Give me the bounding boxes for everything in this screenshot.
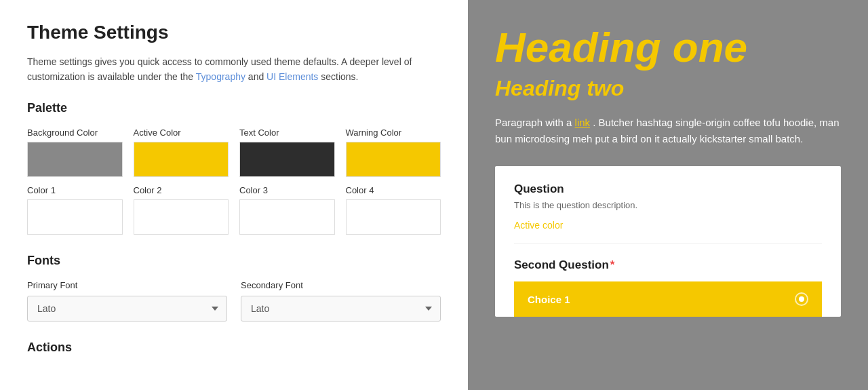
text-color-swatch[interactable]: [239, 142, 335, 177]
question-card: Question This is the question descriptio…: [495, 166, 841, 317]
palette-section-title: Palette: [27, 101, 441, 115]
color4-label: Color 4: [346, 185, 441, 195]
color3-label: Color 3: [239, 185, 335, 195]
color-item-3: Color 3: [239, 185, 335, 235]
color2-swatch[interactable]: [134, 199, 229, 235]
secondary-font-item: Secondary Font Lato Open Sans Roboto Mon…: [241, 280, 441, 321]
right-panel: Heading one Heading two Paragraph with a…: [468, 0, 868, 390]
palette-section: Palette Background Color Active Color Te…: [27, 101, 441, 235]
page-title: Theme Settings: [27, 22, 441, 43]
description: Theme settings gives you quick access to…: [27, 54, 441, 85]
text-color-label: Text Color: [239, 128, 335, 138]
warning-color-swatch[interactable]: [346, 142, 441, 177]
color-item-warning: Warning Color: [346, 128, 441, 177]
active-color-swatch[interactable]: [134, 142, 229, 177]
question-title: Question: [514, 182, 822, 196]
actions-section: Actions: [27, 340, 441, 355]
choice-radio-inner: [799, 296, 804, 302]
color1-label: Color 1: [27, 185, 123, 195]
color-item-text: Text Color: [239, 128, 335, 177]
active-color-label: Active Color: [134, 128, 229, 138]
active-color-field[interactable]: Active color: [514, 220, 822, 243]
color-grid-2: Color 1 Color 2 Color 3 Color 4: [27, 185, 441, 235]
background-color-label: Background Color: [27, 128, 123, 138]
color2-label: Color 2: [134, 185, 229, 195]
actions-section-title: Actions: [27, 340, 441, 355]
description-and: and: [248, 71, 264, 82]
color-grid: Background Color Active Color Text Color…: [27, 128, 441, 177]
color-item-1: Color 1: [27, 185, 123, 235]
typography-link[interactable]: Typography: [196, 71, 245, 82]
primary-font-item: Primary Font Lato Open Sans Roboto Monts…: [27, 280, 227, 321]
color-item-active: Active Color: [134, 128, 229, 177]
color3-swatch[interactable]: [239, 199, 335, 235]
primary-font-select[interactable]: Lato Open Sans Roboto Montserrat: [27, 296, 227, 321]
choice1-label: Choice 1: [528, 294, 570, 305]
warning-color-label: Warning Color: [346, 128, 441, 138]
para-before-link: Paragraph with a: [495, 117, 572, 128]
background-color-swatch[interactable]: [27, 142, 123, 177]
fonts-section-title: Fonts: [27, 254, 441, 268]
para-link[interactable]: link: [575, 117, 591, 128]
ui-elements-link[interactable]: UI Elements: [267, 71, 318, 82]
required-star: *: [610, 258, 615, 271]
description-end: sections.: [321, 71, 358, 82]
color4-swatch[interactable]: [346, 199, 441, 235]
preview-heading2: Heading two: [495, 76, 841, 101]
color-item-background: Background Color: [27, 128, 123, 177]
color-item-4: Color 4: [346, 185, 441, 235]
color1-swatch[interactable]: [27, 199, 123, 235]
primary-font-label: Primary Font: [27, 280, 227, 290]
color-item-2: Color 2: [134, 185, 229, 235]
preview-paragraph: Paragraph with a link . Butcher hashtag …: [495, 115, 841, 147]
secondary-font-label: Secondary Font: [241, 280, 441, 290]
left-panel: Theme Settings Theme settings gives you …: [0, 0, 468, 390]
font-grid: Primary Font Lato Open Sans Roboto Monts…: [27, 280, 441, 321]
fonts-section: Fonts Primary Font Lato Open Sans Roboto…: [27, 254, 441, 321]
choice-radio-icon: [795, 292, 808, 306]
preview-heading1: Heading one: [495, 24, 841, 71]
question-desc: This is the question description.: [514, 200, 822, 210]
choice1-button[interactable]: Choice 1: [514, 281, 822, 317]
secondary-font-select[interactable]: Lato Open Sans Roboto Montserrat: [241, 296, 441, 321]
second-question-title: Second Question*: [514, 256, 822, 272]
